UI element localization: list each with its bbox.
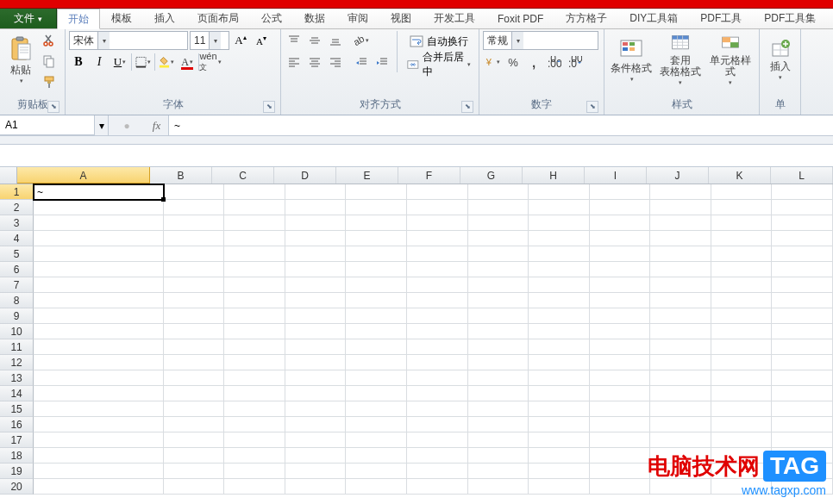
- cell[interactable]: [164, 262, 225, 277]
- cell[interactable]: [468, 262, 529, 277]
- cell[interactable]: [529, 386, 590, 401]
- cell[interactable]: [346, 479, 407, 495]
- cell[interactable]: [34, 448, 164, 464]
- cell[interactable]: [711, 231, 773, 246]
- cell[interactable]: [224, 184, 285, 200]
- name-box[interactable]: A1: [0, 115, 95, 135]
- cell[interactable]: [285, 464, 347, 479]
- cell[interactable]: [285, 262, 347, 277]
- decrease-font-button[interactable]: A▾: [252, 31, 271, 50]
- cell[interactable]: [772, 432, 833, 448]
- cell[interactable]: [711, 293, 773, 308]
- cell[interactable]: [164, 386, 225, 401]
- cell[interactable]: [224, 277, 285, 293]
- cell[interactable]: [407, 432, 468, 448]
- cell[interactable]: [34, 200, 164, 215]
- cell[interactable]: [590, 479, 651, 495]
- cell[interactable]: [164, 448, 225, 464]
- cell-styles-button[interactable]: 单元格样式▾: [705, 31, 755, 88]
- cell[interactable]: [590, 184, 651, 200]
- cell[interactable]: [711, 262, 773, 277]
- dialog-launcher-icon[interactable]: ⬊: [47, 101, 60, 113]
- name-box-dropdown[interactable]: ▾: [95, 115, 109, 135]
- cell[interactable]: [529, 479, 590, 495]
- increase-indent-button[interactable]: [373, 53, 391, 72]
- cell[interactable]: [711, 432, 773, 448]
- ribbon-tab[interactable]: 开发工具: [423, 9, 486, 28]
- cell[interactable]: [34, 432, 164, 448]
- cell[interactable]: [529, 200, 590, 215]
- cell[interactable]: [468, 184, 529, 200]
- cell[interactable]: [772, 401, 833, 417]
- ribbon-tab[interactable]: 插入: [143, 9, 186, 28]
- cell[interactable]: [590, 293, 651, 308]
- cell[interactable]: [529, 448, 590, 464]
- cell[interactable]: [529, 324, 590, 339]
- column-header[interactable]: G: [460, 167, 523, 184]
- row-header[interactable]: 16: [0, 417, 34, 432]
- cell[interactable]: [346, 324, 407, 339]
- cell[interactable]: [529, 308, 590, 324]
- cell[interactable]: [529, 277, 590, 293]
- cell[interactable]: [772, 277, 833, 293]
- paste-button[interactable]: 粘贴 ▾: [3, 31, 38, 88]
- cell[interactable]: [468, 215, 529, 231]
- cell[interactable]: [590, 370, 651, 386]
- cell[interactable]: [164, 417, 225, 432]
- cell[interactable]: [34, 479, 164, 495]
- row-header[interactable]: 15: [0, 401, 34, 417]
- cell[interactable]: [346, 417, 407, 432]
- dialog-launcher-icon[interactable]: ⬊: [461, 101, 473, 113]
- cell[interactable]: [346, 432, 407, 448]
- cell[interactable]: [285, 277, 347, 293]
- cell[interactable]: [650, 370, 711, 386]
- cell[interactable]: [407, 293, 468, 308]
- cell[interactable]: [224, 401, 285, 417]
- cell[interactable]: [164, 324, 225, 339]
- formula-bar-expand[interactable]: [0, 136, 833, 145]
- cell[interactable]: [529, 355, 590, 370]
- cell[interactable]: [590, 448, 651, 464]
- ribbon-tab[interactable]: PDF工具集: [753, 9, 827, 28]
- cell[interactable]: [590, 355, 651, 370]
- row-header[interactable]: 6: [0, 262, 34, 277]
- cell[interactable]: [711, 246, 773, 262]
- cell[interactable]: [711, 401, 773, 417]
- cell[interactable]: [468, 432, 529, 448]
- comma-button[interactable]: ,: [524, 53, 543, 72]
- cell[interactable]: [285, 417, 347, 432]
- cell[interactable]: [772, 231, 833, 246]
- cell[interactable]: [468, 277, 529, 293]
- row-header[interactable]: 1: [0, 184, 34, 200]
- cell[interactable]: [34, 293, 164, 308]
- ribbon-tab[interactable]: 公式: [250, 9, 293, 28]
- cell[interactable]: [346, 308, 407, 324]
- cell[interactable]: [650, 386, 711, 401]
- cell[interactable]: [285, 231, 347, 246]
- cell[interactable]: [346, 262, 407, 277]
- cell[interactable]: [407, 324, 468, 339]
- cell[interactable]: [34, 464, 164, 479]
- cell[interactable]: [224, 448, 285, 464]
- cell[interactable]: [590, 464, 651, 479]
- cell[interactable]: [407, 401, 468, 417]
- cell[interactable]: [224, 339, 285, 355]
- bold-button[interactable]: B: [69, 53, 88, 72]
- decrease-decimal-button[interactable]: .00.0: [566, 53, 585, 72]
- cell[interactable]: [224, 355, 285, 370]
- spreadsheet-grid[interactable]: ABCDEFGHIJKL 1~2345678910111213141516171…: [0, 167, 833, 495]
- cell[interactable]: [711, 215, 773, 231]
- cell[interactable]: [34, 324, 164, 339]
- column-header[interactable]: K: [709, 167, 771, 184]
- cell[interactable]: [285, 432, 347, 448]
- wrap-text-button[interactable]: 自动换行: [403, 31, 475, 52]
- cell[interactable]: [407, 215, 468, 231]
- cell[interactable]: [772, 370, 833, 386]
- cell[interactable]: [468, 308, 529, 324]
- cell[interactable]: [346, 355, 407, 370]
- cell[interactable]: [164, 200, 225, 215]
- cell[interactable]: [164, 277, 225, 293]
- cell[interactable]: [711, 277, 773, 293]
- cell[interactable]: [224, 386, 285, 401]
- cell[interactable]: [346, 339, 407, 355]
